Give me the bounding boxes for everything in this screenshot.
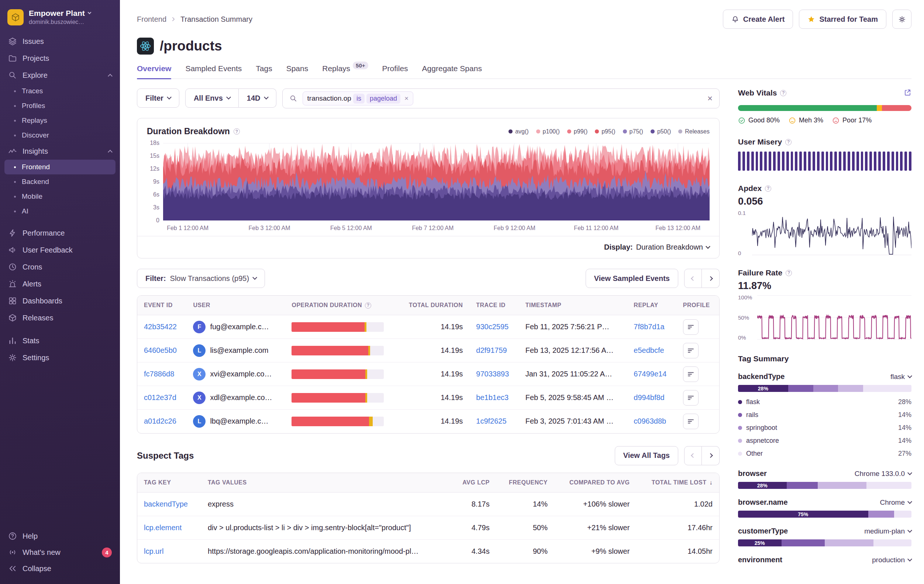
help-icon[interactable] bbox=[785, 270, 792, 276]
operation-duration-bar[interactable] bbox=[292, 322, 384, 332]
event-id-link[interactable]: fc7886d8 bbox=[144, 370, 174, 378]
legend-item[interactable]: Releases bbox=[678, 128, 710, 135]
event-id-link[interactable]: 6460e5b0 bbox=[144, 346, 177, 354]
tag-legend-row[interactable]: rails 14% bbox=[738, 408, 911, 421]
trace-id-link[interactable]: 1c9f2625 bbox=[476, 417, 506, 425]
apdex-chart[interactable]: 0.1 0 bbox=[738, 211, 911, 255]
failure-rate-chart[interactable]: 100% 50% 0% bbox=[738, 295, 911, 340]
sidebar-subitem[interactable]: Discover bbox=[0, 128, 120, 143]
org-switcher[interactable]: Empower Plant dominik.buszowiec… bbox=[0, 0, 120, 31]
replay-link[interactable]: 7f8b7d1a bbox=[634, 322, 664, 331]
sidebar-subitem[interactable]: Frontend bbox=[5, 160, 116, 174]
sidebar-item-alerts[interactable]: Alerts bbox=[0, 275, 120, 292]
tag-distribution-bar[interactable]: 28% bbox=[738, 482, 911, 489]
tab[interactable]: Replays 50+ bbox=[322, 64, 368, 79]
trace-id-link[interactable]: 97033893 bbox=[476, 370, 509, 378]
profile-button[interactable] bbox=[683, 367, 698, 382]
sidebar-item-releases[interactable]: Releases bbox=[0, 309, 120, 326]
legend-item[interactable]: p100() bbox=[536, 128, 560, 135]
sidebar-item-performance[interactable]: Performance bbox=[0, 225, 120, 242]
previous-page-button[interactable] bbox=[684, 446, 702, 465]
event-id-link[interactable]: c012e37d bbox=[144, 393, 177, 401]
help-icon[interactable] bbox=[785, 139, 792, 145]
tag-group-header[interactable]: browser Chrome 133.0.0 bbox=[738, 469, 911, 478]
column-total-time-lost[interactable]: TOTAL TIME LOST bbox=[636, 473, 719, 493]
remove-token-icon[interactable] bbox=[402, 94, 411, 102]
sidebar-section-insights[interactable]: Insights bbox=[0, 143, 120, 160]
user-misery-chart[interactable] bbox=[738, 151, 911, 171]
tag-legend-row[interactable]: aspnetcore 14% bbox=[738, 434, 911, 447]
tag-key-link[interactable]: lcp.url bbox=[144, 547, 163, 555]
operation-duration-bar[interactable] bbox=[292, 369, 384, 379]
legend-item[interactable]: p50() bbox=[650, 128, 671, 135]
replay-link[interactable]: e5edbcfe bbox=[634, 346, 664, 354]
starred-for-team-button[interactable]: Starred for Team bbox=[799, 10, 886, 29]
clear-search-icon[interactable] bbox=[708, 94, 713, 103]
tag-group-header[interactable]: browser.name Chrome bbox=[738, 498, 911, 507]
display-dropdown[interactable]: Display: Duration Breakdown bbox=[137, 236, 719, 258]
sample-filter-dropdown[interactable]: Filter: Slow Transactions (p95) bbox=[137, 269, 265, 288]
tag-legend-row[interactable]: springboot 14% bbox=[738, 421, 911, 434]
page-settings-button[interactable] bbox=[892, 10, 911, 29]
tag-legend-row[interactable]: Other 27% bbox=[738, 447, 911, 460]
sidebar-item-help[interactable]: Help bbox=[0, 528, 120, 544]
filter-dropdown[interactable]: Filter bbox=[137, 89, 179, 108]
sidebar-item-issues[interactable]: Issues bbox=[0, 33, 120, 50]
sidebar-item-user-feedback[interactable]: User Feedback bbox=[0, 242, 120, 258]
search-filter-token[interactable]: transaction.op is pageload bbox=[303, 91, 414, 105]
next-page-button[interactable] bbox=[702, 446, 719, 465]
date-range-dropdown[interactable]: 14D bbox=[239, 89, 276, 108]
open-vitals-icon[interactable] bbox=[903, 89, 911, 99]
help-icon[interactable] bbox=[234, 128, 240, 135]
profile-button[interactable] bbox=[683, 390, 698, 406]
sidebar-section-explore[interactable]: Explore bbox=[0, 67, 120, 84]
sidebar-subitem[interactable]: Replays bbox=[0, 113, 120, 128]
tag-key-link[interactable]: lcp.element bbox=[144, 523, 182, 531]
tag-group-header[interactable]: customerType medium-plan bbox=[738, 527, 911, 535]
duration-breakdown-chart[interactable] bbox=[163, 143, 710, 220]
legend-item[interactable]: p99() bbox=[567, 128, 587, 135]
event-id-link[interactable]: a01d2c26 bbox=[144, 417, 177, 425]
legend-item[interactable]: p75() bbox=[623, 128, 643, 135]
tab[interactable]: Tags bbox=[256, 64, 272, 79]
sidebar-item-crons[interactable]: Crons bbox=[0, 258, 120, 275]
tag-distribution-bar[interactable]: 28% bbox=[738, 385, 911, 392]
legend-item[interactable]: p95() bbox=[595, 128, 615, 135]
help-icon[interactable] bbox=[780, 90, 786, 96]
help-icon[interactable] bbox=[765, 186, 771, 192]
environment-dropdown[interactable]: All Envs bbox=[185, 89, 239, 108]
sidebar-item-projects[interactable]: Projects bbox=[0, 50, 120, 67]
view-sampled-events-button[interactable]: View Sampled Events bbox=[586, 269, 678, 288]
tab[interactable]: Spans bbox=[286, 64, 309, 79]
sidebar-subitem[interactable]: Traces bbox=[0, 84, 120, 99]
sidebar-subitem[interactable]: Backend bbox=[0, 174, 120, 189]
sidebar-item-settings[interactable]: Settings bbox=[0, 349, 120, 366]
view-all-tags-button[interactable]: View All Tags bbox=[615, 446, 678, 465]
sidebar-item-whats-new[interactable]: What's new 4 bbox=[0, 544, 120, 560]
tag-group-header[interactable]: backendType flask bbox=[738, 372, 911, 381]
tab[interactable]: Sampled Events bbox=[185, 64, 242, 79]
tab[interactable]: Overview bbox=[137, 64, 171, 79]
breadcrumb-transaction-summary[interactable]: Transaction Summary bbox=[180, 15, 252, 24]
search-input[interactable]: transaction.op is pageload bbox=[282, 89, 719, 109]
web-vitals-bar[interactable] bbox=[738, 105, 911, 111]
profile-button[interactable] bbox=[683, 319, 698, 335]
replay-link[interactable]: d994bf8d bbox=[634, 393, 664, 401]
operation-duration-bar[interactable] bbox=[292, 346, 384, 355]
sidebar-item-stats[interactable]: Stats bbox=[0, 332, 120, 349]
tag-distribution-bar[interactable]: 75% bbox=[738, 511, 911, 518]
operation-duration-bar[interactable] bbox=[292, 393, 384, 403]
trace-id-link[interactable]: 930c2595 bbox=[476, 322, 508, 331]
sidebar-subitem[interactable]: Mobile bbox=[0, 189, 120, 204]
next-page-button[interactable] bbox=[702, 269, 719, 288]
tag-group-header[interactable]: environment production bbox=[738, 556, 911, 564]
breadcrumb-frontend[interactable]: Frontend bbox=[137, 15, 167, 24]
tab[interactable]: Aggregate Spans bbox=[422, 64, 482, 79]
operation-duration-bar[interactable] bbox=[292, 416, 384, 426]
create-alert-button[interactable]: Create Alert bbox=[723, 10, 794, 29]
sidebar-subitem[interactable]: Profiles bbox=[0, 99, 120, 113]
tag-legend-row[interactable]: flask 28% bbox=[738, 396, 911, 408]
previous-page-button[interactable] bbox=[684, 269, 702, 288]
trace-id-link[interactable]: d2f91759 bbox=[476, 346, 507, 354]
sidebar-subitem[interactable]: AI bbox=[0, 204, 120, 219]
